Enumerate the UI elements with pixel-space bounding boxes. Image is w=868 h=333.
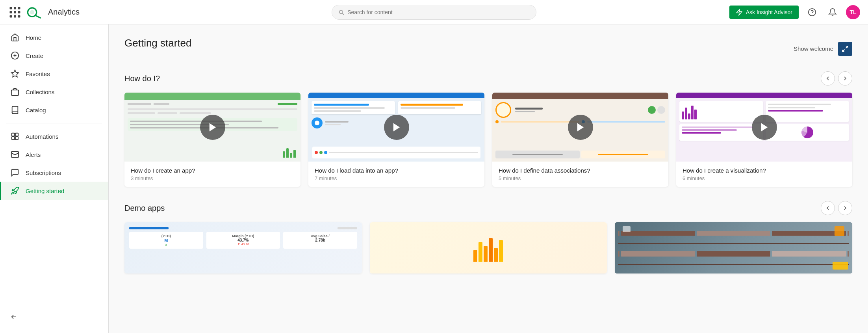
play-icon-0 xyxy=(207,122,218,133)
svg-rect-0 xyxy=(10,7,12,9)
demo-thumb-1 xyxy=(370,222,607,273)
video-info-2: How do I define data associations? 5 min… xyxy=(492,162,668,187)
insight-icon xyxy=(736,9,743,16)
video-card-1[interactable]: How do I load data into an app? 7 minute… xyxy=(308,93,484,187)
svg-rect-7 xyxy=(14,15,16,17)
create-icon xyxy=(11,51,19,60)
svg-marker-14 xyxy=(736,9,742,15)
section-header-how-do-i: How do I? xyxy=(124,71,852,86)
page-title: Getting started xyxy=(124,37,192,49)
svg-rect-3 xyxy=(10,11,12,13)
sidebar-item-collections[interactable]: Collections xyxy=(0,83,108,101)
video-thumb-0 xyxy=(124,93,300,162)
how-do-i-prev[interactable] xyxy=(821,71,835,86)
video-card-2[interactable]: How do I define data associations? 5 min… xyxy=(492,93,668,187)
collections-icon xyxy=(11,87,19,96)
demo-apps-prev[interactable] xyxy=(821,201,835,215)
video-duration-3: 6 minutes xyxy=(683,175,846,181)
svg-rect-25 xyxy=(15,137,18,140)
expand-button[interactable] xyxy=(838,42,852,56)
grid-icon xyxy=(8,5,22,19)
catalog-icon xyxy=(11,106,19,114)
demo-thumb-0: (YTD) M ▲ Margin (YTD) 43.7% ▼ 43.16 Avg… xyxy=(124,222,362,273)
svg-rect-8 xyxy=(18,15,20,17)
expand-icon xyxy=(842,45,849,52)
video-thumb-3 xyxy=(676,93,852,162)
sidebar-item-automations[interactable]: Automations xyxy=(0,127,108,145)
video-thumb-1 xyxy=(308,93,484,162)
avatar[interactable]: TL xyxy=(846,5,860,19)
svg-rect-26 xyxy=(11,152,19,158)
play-button-2[interactable] xyxy=(568,115,593,140)
play-button-0[interactable] xyxy=(200,115,225,140)
svg-rect-1 xyxy=(14,7,16,9)
play-button-3[interactable] xyxy=(752,115,777,140)
search-input[interactable] xyxy=(347,9,530,15)
bell-icon xyxy=(828,8,837,17)
demo-card-0[interactable]: (YTD) M ▲ Margin (YTD) 43.7% ▼ 43.16 Avg… xyxy=(124,222,362,273)
show-welcome-button[interactable]: Show welcome xyxy=(794,45,833,52)
video-title-2: How do I define data associations? xyxy=(499,167,662,174)
demo-apps-next[interactable] xyxy=(838,201,852,215)
grid-menu-button[interactable] xyxy=(8,5,22,19)
svg-rect-6 xyxy=(10,15,12,17)
app-title: Analytics xyxy=(48,7,80,17)
how-do-i-next[interactable] xyxy=(838,71,852,86)
help-button[interactable] xyxy=(805,5,819,19)
video-info-1: How do I load data into an app? 7 minute… xyxy=(308,162,484,187)
sidebar-collapse-button[interactable] xyxy=(0,306,108,329)
demo-cards-row: (YTD) M ▲ Margin (YTD) 43.7% ▼ 43.16 Avg… xyxy=(124,222,852,273)
sidebar: Home Create Favorites Collections Catalo… xyxy=(0,24,109,333)
svg-marker-31 xyxy=(393,123,399,131)
svg-marker-33 xyxy=(761,123,767,131)
svg-rect-5 xyxy=(18,11,20,13)
sidebar-item-favorites[interactable]: Favorites xyxy=(0,65,108,83)
video-info-3: How do I create a visualization? 6 minut… xyxy=(676,162,852,187)
svg-point-11 xyxy=(30,10,34,14)
video-title-0: How do I create an app? xyxy=(131,167,294,174)
chevron-right-icon-demo xyxy=(842,205,848,211)
svg-rect-23 xyxy=(15,133,18,136)
demo-card-2[interactable] xyxy=(615,222,852,273)
sidebar-item-subscriptions[interactable]: Subscriptions xyxy=(0,164,108,182)
chevron-left-icon xyxy=(825,75,831,82)
video-duration-2: 5 minutes xyxy=(499,175,662,181)
how-do-i-title: How do I? xyxy=(124,74,160,83)
video-card-3[interactable]: How do I create a visualization? 6 minut… xyxy=(676,93,852,187)
svg-point-12 xyxy=(339,10,343,13)
play-button-1[interactable] xyxy=(384,115,409,140)
sidebar-item-home[interactable]: Home xyxy=(0,28,108,47)
svg-rect-2 xyxy=(18,7,20,9)
collapse-icon xyxy=(9,313,18,321)
chevron-right-icon xyxy=(842,75,848,82)
section-header-demo-apps: Demo apps xyxy=(124,201,852,215)
how-do-i-section: How do I? xyxy=(124,71,852,187)
video-card-0[interactable]: How do I create an app? 3 minutes xyxy=(124,93,300,187)
sidebar-item-catalog[interactable]: Catalog xyxy=(0,101,108,119)
svg-marker-30 xyxy=(209,123,215,131)
star-icon xyxy=(11,69,19,78)
demo-apps-nav xyxy=(821,201,852,215)
svg-line-10 xyxy=(35,15,41,18)
sidebar-item-create[interactable]: Create xyxy=(0,47,108,65)
sidebar-item-getting-started[interactable]: Getting started xyxy=(0,182,108,200)
svg-rect-4 xyxy=(14,11,16,13)
svg-marker-32 xyxy=(577,123,583,131)
demo-card-1[interactable] xyxy=(370,222,607,273)
play-icon-3 xyxy=(759,122,770,133)
play-icon-2 xyxy=(575,122,586,133)
video-duration-1: 7 minutes xyxy=(315,175,478,181)
topnav: Analytics Ask Insight Advisor TL xyxy=(0,0,868,24)
insight-advisor-button[interactable]: Ask Insight Advisor xyxy=(729,6,799,19)
main-content: Getting started Show welcome How do I? xyxy=(109,24,868,333)
svg-rect-22 xyxy=(12,133,15,136)
video-thumb-2 xyxy=(492,93,668,162)
play-icon-1 xyxy=(391,122,402,133)
qlik-logo xyxy=(25,6,44,19)
topnav-right: Ask Insight Advisor TL xyxy=(729,5,860,19)
notifications-button[interactable] xyxy=(825,5,840,19)
subscriptions-icon xyxy=(11,168,19,177)
sidebar-item-alerts[interactable]: Alerts xyxy=(0,145,108,164)
svg-line-13 xyxy=(342,13,343,14)
how-do-i-nav xyxy=(821,71,852,86)
